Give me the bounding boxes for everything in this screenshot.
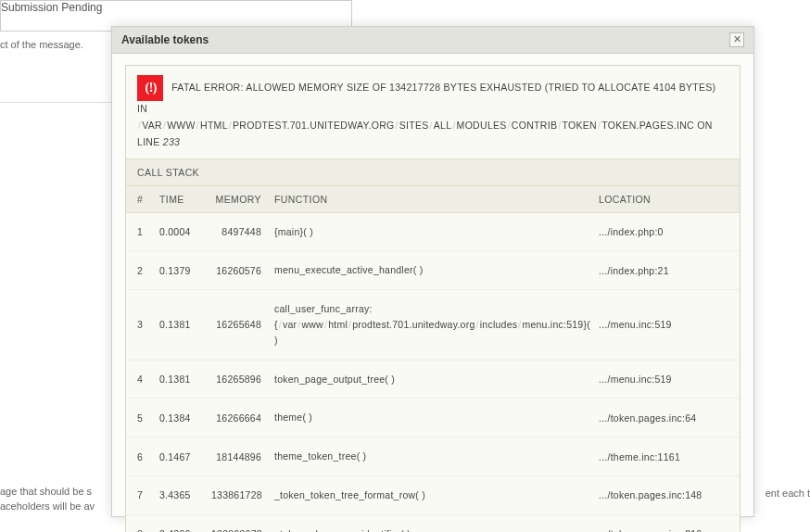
cell-number: 4 [137, 374, 159, 385]
cell-location: .../index.php:0 [593, 226, 728, 237]
error-header: ( ! ) FATAL ERROR: ALLOWED MEMORY SIZE O… [126, 66, 740, 158]
cell-function: token_page_output_tree( ) [274, 372, 593, 387]
cell-function: _token_token_tree_format_row( ) [274, 488, 593, 503]
bg-help-line2: aceholders will be av [0, 500, 95, 512]
cell-memory: 133861728 [211, 489, 274, 500]
cell-location: .../token.pages.inc:148 [593, 489, 728, 500]
path-segment: WWW [167, 120, 196, 131]
table-row: 10.00048497448{main}( ).../index.php:0 [126, 213, 740, 252]
cell-memory: 16265648 [211, 319, 274, 330]
table-row: 30.138116265648call_user_func_array:{/va… [126, 290, 740, 360]
table-row: 20.137916260576menu_execute_active_handl… [126, 251, 740, 290]
col-function: FUNCTION [274, 194, 593, 205]
error-prefix: FATAL ERROR: ALLOWED MEMORY SIZE OF 1342… [137, 82, 715, 114]
fatal-error-icon: ( ! ) [137, 75, 163, 101]
cell-time: 3.4365 [159, 489, 211, 500]
column-headers: # TIME MEMORY FUNCTION LOCATION [126, 186, 740, 213]
cell-time: 0.1381 [159, 374, 211, 385]
cell-location: .../menu.inc:519 [593, 374, 728, 385]
cell-memory: 16265896 [211, 374, 274, 385]
table-row: 60.146718144896theme_token_tree( ).../th… [126, 437, 740, 476]
error-path: /VAR/WWW/HTML/PRODTEST.701.UNITEDWAY.ORG… [137, 120, 694, 131]
cell-memory: 133863672 [211, 528, 274, 532]
cell-memory: 18144896 [211, 451, 274, 462]
path-segment: ALL [434, 120, 452, 131]
error-line-number: 233 [163, 136, 180, 147]
dialog-title: Available tokens [121, 33, 209, 46]
col-number: # [137, 194, 159, 205]
table-row: 50.138416266664theme( ).../token.pages.i… [126, 399, 740, 437]
dialog-body: ( ! ) FATAL ERROR: ALLOWED MEMORY SIZE O… [112, 54, 753, 532]
cell-function: theme_token_tree( ) [274, 449, 593, 464]
bg-help-right: ent each t [766, 488, 810, 499]
cell-location: .../token.pages.inc:64 [593, 412, 728, 424]
bg-subject-hint: ct of the message. [0, 39, 83, 50]
path-segment: HTML [200, 120, 228, 131]
cell-location: .../menu.inc:519 [593, 319, 728, 330]
close-icon[interactable]: ✕ [729, 32, 744, 47]
available-tokens-dialog: Available tokens ✕ ( ! ) FATAL ERROR: AL… [111, 26, 754, 517]
col-location: LOCATION [593, 194, 728, 205]
path-segment: VAR [142, 120, 162, 131]
error-box: ( ! ) FATAL ERROR: ALLOWED MEMORY SIZE O… [125, 65, 740, 532]
cell-number: 7 [137, 489, 159, 500]
cell-number: 5 [137, 412, 159, 424]
path-segment: SITES [399, 120, 429, 131]
path-segment: PRODTEST.701.UNITEDWAY.ORG [233, 120, 394, 131]
cell-memory: 8497448 [211, 226, 274, 237]
cell-time: 0.1467 [159, 451, 211, 462]
dialog-titlebar[interactable]: Available tokens ✕ [112, 27, 753, 54]
path-segment: TOKEN.PAGES.INC [601, 120, 694, 131]
cell-location: .../token.pages.inc:216 [593, 528, 728, 532]
cell-time: 0.1379 [159, 265, 211, 276]
callstack-header: CALL STACK [126, 158, 740, 186]
path-segment: CONTRIB [512, 120, 557, 131]
cell-function: {main}( ) [274, 224, 593, 240]
table-row: 73.4365133861728_token_token_tree_format… [126, 476, 740, 515]
cell-number: 6 [137, 451, 159, 462]
path-segment: MODULES [457, 120, 507, 131]
cell-memory: 16266664 [211, 412, 274, 424]
cell-location: .../index.php:21 [593, 265, 728, 276]
cell-location: .../theme.inc:1161 [593, 451, 728, 462]
cell-number: 8 [137, 528, 159, 532]
table-row: 40.138116265896token_page_output_tree( )… [126, 361, 740, 399]
table-row: 83.4366133863672_token_clean_css_identif… [126, 515, 740, 532]
cell-time: 3.4366 [159, 528, 211, 532]
cell-function: menu_execute_active_handler( ) [274, 262, 593, 278]
cell-function: theme( ) [274, 410, 593, 425]
cell-memory: 16260576 [211, 265, 274, 276]
path-segment: TOKEN [562, 120, 596, 131]
cell-time: 0.1381 [159, 319, 211, 330]
cell-time: 0.1384 [159, 412, 211, 424]
cell-number: 3 [137, 319, 159, 330]
cell-number: 1 [137, 226, 159, 237]
bg-tab-label: Submission Pending [1, 1, 102, 14]
cell-function: _token_clean_css_identifier( ) [274, 526, 593, 532]
callstack-rows: 10.00048497448{main}( ).../index.php:020… [126, 213, 740, 532]
bg-help-line1: age that should be s [0, 486, 92, 497]
cell-number: 2 [137, 265, 159, 276]
col-time: TIME [159, 194, 211, 205]
cell-function: call_user_func_array:{/var/www/html/prod… [274, 301, 593, 348]
cell-time: 0.0004 [159, 226, 211, 237]
col-memory: MEMORY [211, 194, 274, 205]
